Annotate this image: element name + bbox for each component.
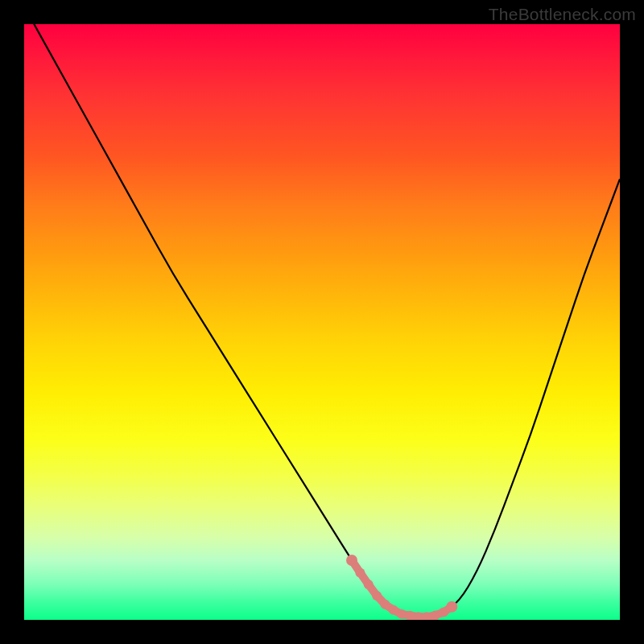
chart-svg	[24, 24, 620, 620]
chart-frame: TheBottleneck.com	[0, 0, 644, 644]
trough-dot	[346, 555, 357, 566]
trough-dot	[414, 612, 423, 620]
trough-dot	[397, 609, 407, 619]
trough-dot	[355, 568, 365, 578]
watermark-text: TheBottleneck.com	[489, 5, 636, 24]
trough-dot	[431, 610, 440, 620]
plot-area	[24, 24, 620, 620]
trough-dot	[389, 605, 398, 615]
trough-stroke	[352, 560, 452, 617]
trough-dot	[406, 611, 415, 620]
trough-dot	[422, 612, 431, 620]
trough-dot	[364, 580, 374, 589]
trough-dot	[446, 601, 457, 613]
trough-dot	[380, 600, 390, 609]
trough-dot	[372, 591, 382, 601]
trough-markers	[346, 555, 457, 620]
trough-dot	[439, 608, 448, 617]
bottleneck-curve	[24, 24, 620, 617]
curve-group	[24, 24, 620, 617]
